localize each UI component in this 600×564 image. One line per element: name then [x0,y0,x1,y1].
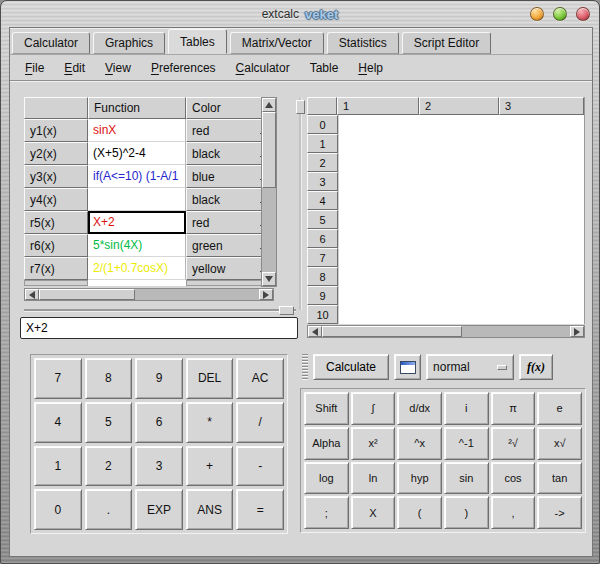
key-sym[interactable]: π [491,392,536,425]
key-e[interactable]: e [537,392,582,425]
key-i[interactable]: i [444,392,489,425]
panel-splitter[interactable] [296,98,305,310]
window-icon-button[interactable] [394,354,421,380]
sheet-hscroll-thumb[interactable] [322,326,462,337]
sheet-row-header[interactable]: 0 [307,115,338,134]
menu-preferences[interactable]: Preferences [142,58,225,78]
function-table-hscrollbar[interactable] [24,288,274,301]
key-ans[interactable]: ANS [186,489,234,530]
function-expression-cell[interactable]: sinX [88,119,186,142]
column-width-slider[interactable] [24,306,296,315]
sheet-column-header[interactable]: 1 [337,97,419,115]
tab-statistics[interactable]: Statistics [327,32,399,54]
key-6[interactable]: 6 [135,402,183,443]
function-row-name[interactable]: r7(x) [24,257,88,280]
sheet-cell-area[interactable] [338,115,584,324]
function-table-vscrollbar[interactable] [261,97,277,287]
key-sym[interactable]: ) [444,496,489,529]
mode-dropdown[interactable]: normal [426,354,514,380]
key-log[interactable]: log [304,462,349,495]
close-button[interactable] [576,7,590,21]
sheet-row-header[interactable]: 4 [307,191,338,210]
function-expression-cell[interactable]: 5*sin(4X) [88,234,186,257]
sheet-column-header[interactable]: 2 [419,97,499,115]
key-sym[interactable]: -> [537,496,582,529]
function-row-name[interactable]: y2(x) [24,142,88,165]
key-1[interactable]: 1 [34,446,82,487]
key-ac[interactable]: AC [236,358,284,399]
key-sin[interactable]: sin [444,462,489,495]
key-sym[interactable]: ∫ [351,392,396,425]
key-8[interactable]: 8 [85,358,133,399]
minimize-button[interactable] [530,7,544,21]
sheet-row-header[interactable]: 3 [307,172,338,191]
key-shift[interactable]: Shift [304,392,349,425]
sheet-row-header[interactable]: 6 [307,229,338,248]
sheet-row-header[interactable]: 5 [307,210,338,229]
slider-handle[interactable] [279,306,294,315]
menu-edit[interactable]: Edit [55,58,94,78]
key-sym[interactable]: + [186,446,234,487]
key-2[interactable]: 2 [85,446,133,487]
key-d-dx[interactable]: d/dx [397,392,442,425]
key-exp[interactable]: EXP [135,489,183,530]
toolbar-grip-icon[interactable] [302,354,308,380]
key-x[interactable]: X [351,496,396,529]
function-row-name[interactable]: y3(x) [24,165,88,188]
menu-file[interactable]: File [16,58,53,78]
tab-matrix-vector[interactable]: Matrix/Vector [230,32,324,54]
key-3[interactable]: 3 [135,446,183,487]
key-4[interactable]: 4 [34,402,82,443]
key-sym[interactable]: ; [304,496,349,529]
sheet-row-header[interactable]: 8 [307,267,338,286]
key-cos[interactable]: cos [491,462,536,495]
key-tan[interactable]: tan [537,462,582,495]
fx-button[interactable]: f(x) [519,354,553,380]
tab-tables[interactable]: Tables [168,29,227,54]
key-sym[interactable]: . [85,489,133,530]
key-x[interactable]: x√ [537,427,582,460]
hscroll-track[interactable] [135,289,259,300]
vscroll-track[interactable] [262,188,276,272]
key-hyp[interactable]: hyp [397,462,442,495]
sheet-hscrollbar[interactable] [307,325,585,338]
maximize-button[interactable] [553,7,567,21]
key-9[interactable]: 9 [135,358,183,399]
key-x[interactable]: ^x [397,427,442,460]
scroll-right-icon[interactable] [259,289,273,300]
function-expression-cell[interactable]: if(A<=10) (1-A/1 [88,165,186,188]
calculate-button[interactable]: Calculate [313,354,389,380]
key-del[interactable]: DEL [186,358,234,399]
function-row-name[interactable]: y1(x) [24,119,88,142]
key-sym[interactable]: - [236,446,284,487]
key-sym[interactable]: / [236,402,284,443]
key-1[interactable]: ^-1 [444,427,489,460]
function-expression-cell[interactable]: X+2 [88,211,186,234]
key-7[interactable]: 7 [34,358,82,399]
scroll-left-icon[interactable] [25,289,39,300]
function-expression-cell[interactable]: 2/(1+0.7cosX) [88,257,186,280]
key-0[interactable]: 0 [34,489,82,530]
menu-view[interactable]: View [96,58,140,78]
menu-calculator[interactable]: Calculator [227,58,299,78]
tab-calculator[interactable]: Calculator [12,32,90,54]
sheet-row-header[interactable]: 10 [307,305,338,324]
function-expression-cell[interactable]: (X+5)^2-4 [88,142,186,165]
scroll-up-icon[interactable] [262,98,276,112]
tab-script-editor[interactable]: Script Editor [402,32,491,54]
sheet-column-header[interactable]: 3 [499,97,584,115]
function-row-name[interactable]: y4(x) [24,188,88,211]
scroll-right-icon[interactable] [570,326,584,337]
key-sym[interactable]: , [491,496,536,529]
sheet-row-header[interactable]: 7 [307,248,338,267]
expression-input[interactable] [20,317,298,339]
scroll-down-icon[interactable] [262,272,276,286]
key-alpha[interactable]: Alpha [304,427,349,460]
key-5[interactable]: 5 [85,402,133,443]
sheet-row-header[interactable]: 1 [307,134,338,153]
menu-help[interactable]: Help [349,58,392,78]
splitter-handle[interactable] [296,100,305,114]
scroll-left-icon[interactable] [308,326,322,337]
sheet-row-header[interactable]: 9 [307,286,338,305]
function-row-name[interactable]: r5(x) [24,211,88,234]
